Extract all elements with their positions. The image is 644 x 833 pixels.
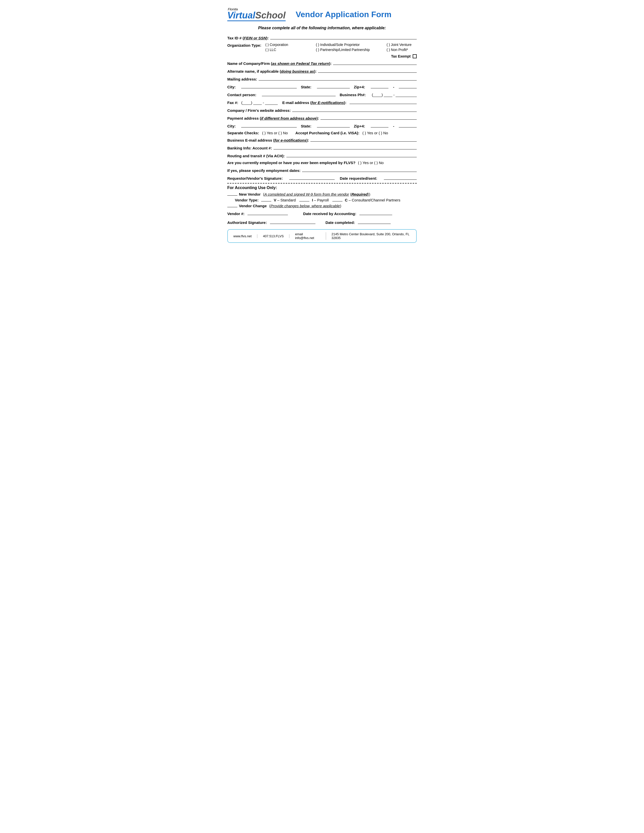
zip2-plus4-input[interactable] xyxy=(399,123,417,127)
contact-person-label: Contact person: xyxy=(227,93,256,97)
separate-checks-options: ( ) Yes or ( ) No xyxy=(262,131,288,135)
zip-plus4-input[interactable] xyxy=(399,84,417,88)
employment-dates-row: If yes, please specify employment dates: xyxy=(227,167,417,173)
payment-address-label: Payment address (if different from addre… xyxy=(227,116,319,121)
vendor-type-c-text: Consultant/Channel Partners xyxy=(352,198,401,202)
contact-person-row: Contact person: Business Ph#: (____) ___… xyxy=(227,92,417,97)
vendor-type-v-blank xyxy=(261,201,271,201)
signature-input[interactable] xyxy=(289,175,335,180)
mailing-address-input[interactable] xyxy=(259,76,417,80)
city2-input[interactable] xyxy=(241,123,297,127)
date-completed-input[interactable] xyxy=(358,219,391,224)
logo-school-text: School xyxy=(255,10,286,21)
separate-checks-label: Separate Checks: xyxy=(227,131,259,135)
accounting-section: For Accounting Use Only: New Vendor (A c… xyxy=(227,185,417,225)
employed-row: Are you currently employed or have you e… xyxy=(227,161,417,165)
tax-exempt-checkbox[interactable] xyxy=(413,54,417,58)
accounting-title: For Accounting Use Only: xyxy=(227,185,417,190)
fax-label: Fax #: xyxy=(227,100,238,105)
mailing-address-label: Mailing address: xyxy=(227,77,257,81)
new-vendor-blank xyxy=(227,195,237,196)
alternate-name-label: Alternate name, if applicable (doing bus… xyxy=(227,69,316,74)
company-name-row: Name of Company/Firm (as shown on Federa… xyxy=(227,60,417,66)
vendor-type-i-blank xyxy=(299,201,309,201)
employed-options: ( ) Yes or ( ) No xyxy=(358,161,384,165)
payment-address-row: Payment address (if different from addre… xyxy=(227,115,417,121)
banking-info-row: Banking Info: Account #: xyxy=(227,145,417,150)
website-input[interactable] xyxy=(292,107,417,112)
email-input[interactable] xyxy=(349,100,417,104)
fax-email-row: Fax #: (____) ____ - ______ E-mail addre… xyxy=(227,100,417,105)
new-vendor-parens: (A completed and signed W-9 form from th… xyxy=(263,192,370,196)
date-requested-input[interactable] xyxy=(384,175,417,180)
employment-dates-input[interactable] xyxy=(302,167,417,172)
fax-format: (____) ____ - ______ xyxy=(241,100,277,105)
subtitle: Please complete all of the following inf… xyxy=(227,26,417,30)
accept-card-label: Accept Purchasing Card (i.e. VISA): xyxy=(295,131,359,135)
state2-label: State: xyxy=(301,124,311,128)
vendor-change-label: Vendor Change xyxy=(239,204,267,208)
company-name-label: Name of Company/Firm (as shown on Federa… xyxy=(227,61,332,66)
auth-sig-row: Authorized Signature: Date completed: xyxy=(227,219,417,225)
org-option-corporation: ( ) Corporation xyxy=(266,43,316,47)
footer-address: 2145 Metro Center Boulevard, Suite 200, … xyxy=(326,232,416,240)
date-received-input[interactable] xyxy=(359,211,392,215)
vendor-type-c-dash: – xyxy=(349,198,351,202)
zip-input[interactable] xyxy=(371,84,389,88)
vendor-type-row: Vendor Type: V – Standard I – Payroll C … xyxy=(235,198,417,202)
banking-info-input[interactable] xyxy=(274,145,417,150)
logo-underline xyxy=(227,21,286,21)
signature-label: Requestor/Vendor's Signature: xyxy=(227,176,283,180)
accept-card-options: ( ) Yes or ( ) No xyxy=(362,131,388,135)
date-received-group: Date received by Accounting: xyxy=(303,211,392,216)
vendor-change-row: Vendor Change (Provide changes below, wh… xyxy=(227,204,417,208)
org-option-partnership: ( ) Partnership/Limited Partnership xyxy=(316,48,386,52)
vendor-hash-label: Vendor #: xyxy=(227,212,245,216)
zip2-label: Zip+4: xyxy=(354,124,365,128)
auth-sig-group: Authorized Signature: xyxy=(227,219,316,225)
city-label: City: xyxy=(227,85,236,89)
tax-exempt-label: Tax Exempt xyxy=(391,54,411,58)
vendor-change-subtext: (Provide changes below, where applicable… xyxy=(269,204,341,208)
org-type-label: Organization Type: xyxy=(227,43,261,47)
city2-label: City: xyxy=(227,124,236,128)
org-type-row: Organization Type: ( ) Corporation ( ) I… xyxy=(227,43,417,52)
auth-sig-label: Authorized Signature: xyxy=(227,220,267,225)
logo: Florida VirtualSchool xyxy=(227,8,286,21)
auth-sig-input[interactable] xyxy=(270,219,316,224)
state2-input[interactable] xyxy=(317,123,350,127)
routing-row: Routing and transit # (Via ACH): xyxy=(227,153,417,158)
vendor-hash-input[interactable] xyxy=(248,211,288,215)
business-ph-label: Business Ph#: xyxy=(340,93,366,97)
tax-id-label: Tax ID # (FEIN or SSN): xyxy=(227,36,269,40)
website-row: Company / Firm's website address: xyxy=(227,107,417,113)
alternate-name-input[interactable] xyxy=(318,68,417,73)
date-completed-group: Date completed: xyxy=(325,219,391,225)
routing-input[interactable] xyxy=(287,153,417,157)
footer-email: email info@flvs.net xyxy=(290,232,326,240)
zip-label: Zip+4: xyxy=(354,85,365,89)
vendor-type-c-blank xyxy=(332,201,343,201)
divider xyxy=(227,183,417,183)
header: Florida VirtualSchool Vendor Application… xyxy=(227,8,417,21)
city-input[interactable] xyxy=(241,84,297,88)
tax-id-input[interactable] xyxy=(270,35,417,39)
footer-website: www.flvs.net xyxy=(228,234,258,238)
footer-phone: 407.513.FLVS xyxy=(258,234,290,238)
zip2-input[interactable] xyxy=(371,123,389,127)
date-requested-label: Date requested/sent: xyxy=(340,176,377,180)
vendor-type-i-text: Payroll xyxy=(317,198,329,202)
payment-address-input[interactable] xyxy=(320,115,417,120)
vendor-hash-group: Vendor #: xyxy=(227,211,288,216)
website-label: Company / Firm's website address: xyxy=(227,108,291,113)
vendor-type-label: Vendor Type: xyxy=(235,198,259,202)
org-option-individual: ( ) Individual/Sole Proprietor xyxy=(316,43,386,47)
org-options: ( ) Corporation ( ) Individual/Sole Prop… xyxy=(266,43,429,52)
state-label: State: xyxy=(301,85,311,89)
vendor-type-v-dash: – xyxy=(277,198,279,202)
company-name-input[interactable] xyxy=(333,60,417,65)
zip-dash: - xyxy=(393,85,394,89)
state-input[interactable] xyxy=(317,84,350,88)
contact-person-input[interactable] xyxy=(262,92,336,96)
business-email-input[interactable] xyxy=(311,137,417,142)
